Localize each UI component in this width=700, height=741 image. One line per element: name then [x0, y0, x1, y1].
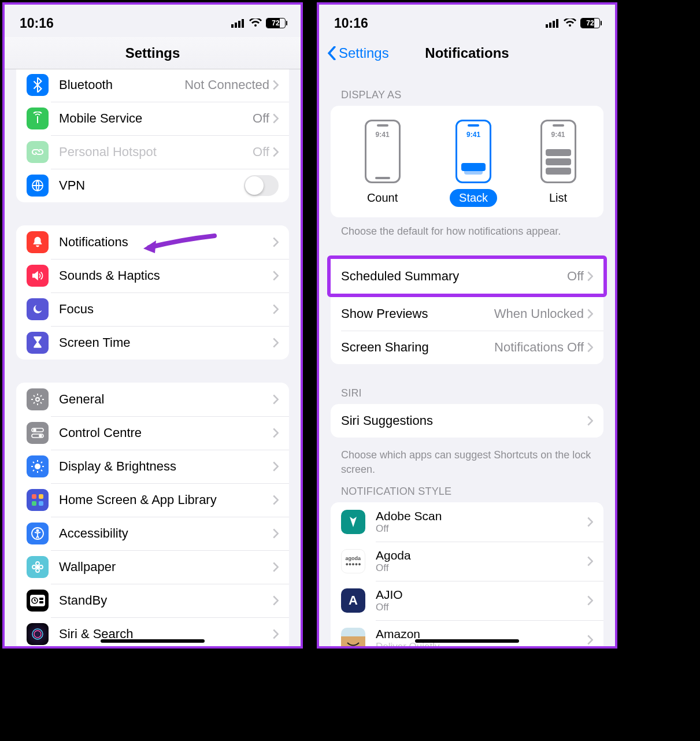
- chevron-right-icon: [273, 147, 279, 157]
- row-bluetooth[interactable]: Bluetooth Not Connected: [16, 69, 289, 102]
- svg-rect-28: [546, 24, 548, 28]
- moon-icon: [27, 298, 49, 320]
- display-option-list[interactable]: 9:41 List: [540, 120, 576, 207]
- back-button[interactable]: Settings: [319, 45, 389, 61]
- svg-point-5: [36, 398, 39, 401]
- svg-rect-11: [32, 494, 36, 499]
- chevron-right-icon: [273, 629, 279, 639]
- siri-header: SIRI: [319, 387, 615, 404]
- hourglass-icon: [27, 332, 49, 354]
- row-focus[interactable]: Focus: [16, 292, 289, 326]
- sun-icon: [27, 455, 49, 477]
- chevron-right-icon: [273, 237, 279, 247]
- chevron-right-icon: [587, 416, 593, 426]
- status-time: 10:16: [20, 16, 54, 31]
- chevron-right-icon: [273, 562, 279, 572]
- status-bar: 10:16 72: [5, 5, 301, 37]
- row-mobile-service[interactable]: Mobile Service Off: [16, 102, 289, 135]
- battery-icon: 72: [580, 18, 600, 28]
- vpn-toggle[interactable]: [244, 175, 279, 196]
- svg-rect-2: [238, 21, 240, 28]
- notifications-screen: 10:16 72 Settings Notifications DISPLAY …: [317, 2, 617, 649]
- switches-icon: [27, 422, 49, 444]
- link-icon: [27, 141, 49, 163]
- settings-screen: 10:16 72 Settings Bluetooth Not Connecte…: [2, 2, 303, 649]
- svg-rect-25: [39, 601, 43, 603]
- antenna-icon: [27, 108, 49, 129]
- svg-point-19: [36, 569, 39, 572]
- row-general[interactable]: General: [16, 383, 289, 416]
- device-section: General Control Centre Display & Brightn…: [16, 383, 289, 646]
- chevron-right-icon: [273, 80, 279, 90]
- svg-point-16: [36, 529, 38, 531]
- svg-point-18: [36, 562, 39, 565]
- chevron-right-icon: [587, 595, 593, 606]
- row-show-previews[interactable]: Show Previews When Unlocked: [331, 297, 603, 331]
- home-indicator[interactable]: [415, 639, 519, 643]
- row-sounds-haptics[interactable]: Sounds & Haptics: [16, 259, 289, 292]
- flower-icon: [27, 556, 49, 578]
- svg-point-17: [36, 566, 39, 568]
- app-row-ajio[interactable]: A AJIOOff: [331, 581, 603, 620]
- app-icon: A: [341, 588, 365, 613]
- chevron-right-icon: [273, 528, 279, 539]
- display-option-count[interactable]: 9:41 Count: [358, 120, 407, 207]
- row-scheduled-summary[interactable]: Scheduled Summary Off: [331, 259, 603, 294]
- chevron-right-icon: [273, 595, 279, 606]
- app-row-agoda[interactable]: agoda●●●●● AgodaOff: [331, 542, 603, 581]
- row-screen-sharing[interactable]: Screen Sharing Notifications Off: [331, 331, 603, 364]
- row-notifications[interactable]: Notifications: [16, 225, 289, 259]
- svg-rect-1: [235, 23, 237, 28]
- page-title: Settings: [5, 45, 301, 61]
- grid-icon: [27, 489, 49, 511]
- row-control-centre[interactable]: Control Centre: [16, 416, 289, 450]
- speaker-icon: [27, 265, 49, 287]
- chevron-left-icon: [327, 46, 336, 60]
- row-vpn[interactable]: VPN: [16, 169, 289, 202]
- display-as-header: DISPLAY AS: [319, 89, 615, 106]
- chevron-right-icon: [273, 338, 279, 348]
- row-screen-time[interactable]: Screen Time: [16, 326, 289, 360]
- svg-point-10: [35, 464, 40, 469]
- connectivity-section: Bluetooth Not Connected Mobile Service O…: [16, 69, 289, 202]
- accessibility-icon: [27, 523, 49, 544]
- wifi-icon: [564, 18, 576, 28]
- app-row-adobe-scan[interactable]: Adobe ScanOff: [331, 502, 603, 542]
- clock-icon: [27, 590, 49, 612]
- svg-rect-0: [231, 24, 234, 28]
- nav-bar: Settings Notifications: [319, 37, 615, 69]
- display-option-stack[interactable]: 9:41 Stack: [450, 120, 497, 207]
- svg-rect-30: [553, 21, 555, 28]
- globe-icon: [27, 175, 49, 197]
- gear-icon: [27, 388, 49, 410]
- row-standby[interactable]: StandBy: [16, 584, 289, 617]
- status-bar: 10:16 72: [319, 5, 615, 37]
- home-indicator[interactable]: [101, 639, 205, 643]
- apps-section: Adobe ScanOff agoda●●●●● AgodaOff A AJIO…: [331, 502, 603, 646]
- chevron-right-icon: [587, 517, 593, 527]
- battery-icon: 72: [266, 18, 286, 28]
- row-display-brightness[interactable]: Display & Brightness: [16, 450, 289, 483]
- row-wallpaper[interactable]: Wallpaper: [16, 550, 289, 584]
- svg-rect-24: [39, 598, 43, 600]
- chevron-right-icon: [587, 271, 593, 281]
- bell-icon: [27, 231, 49, 253]
- row-home-screen[interactable]: Home Screen & App Library: [16, 483, 289, 517]
- chevron-right-icon: [587, 635, 593, 645]
- chevron-right-icon: [273, 113, 279, 124]
- app-icon: agoda●●●●●: [341, 549, 365, 573]
- display-as-card: 9:41 Count 9:41 Stack 9:41 List: [331, 106, 603, 217]
- status-time: 10:16: [334, 16, 368, 31]
- svg-point-7: [34, 429, 36, 431]
- chevron-right-icon: [273, 495, 279, 505]
- bluetooth-icon: [27, 74, 49, 96]
- row-accessibility[interactable]: Accessibility: [16, 517, 289, 550]
- svg-rect-12: [39, 494, 43, 499]
- svg-rect-14: [39, 501, 43, 506]
- app-icon: [341, 510, 365, 534]
- chevron-right-icon: [273, 304, 279, 314]
- svg-rect-3: [242, 19, 244, 28]
- row-siri-suggestions[interactable]: Siri Suggestions: [331, 404, 603, 438]
- row-personal-hotspot[interactable]: Personal Hotspot Off: [16, 135, 289, 169]
- attention-section: Notifications Sounds & Haptics Focus Scr…: [16, 225, 289, 360]
